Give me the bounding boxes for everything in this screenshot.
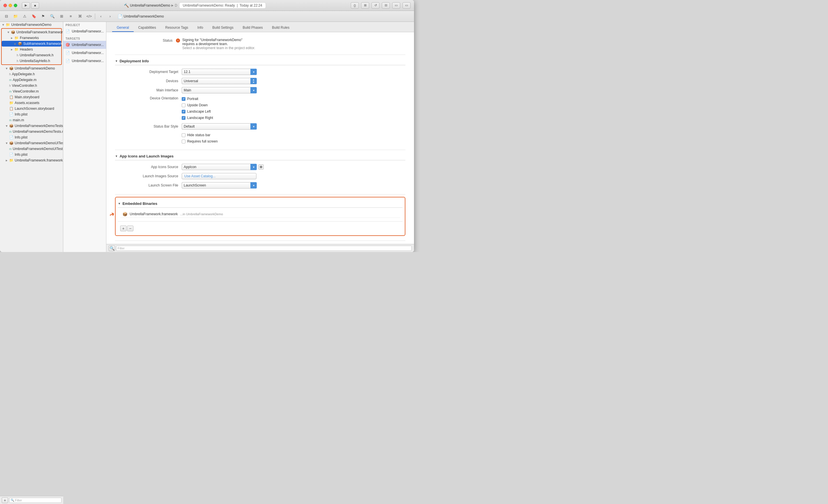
status-bar-style-arrow[interactable]: ▾ (250, 123, 257, 130)
split-view-btn[interactable]: ⊟ (382, 2, 390, 9)
sidebar-item-headers[interactable]: ▶ 📁 Headers (2, 47, 61, 52)
sidebar-item-viewcontroller-h[interactable]: h ViewController.h (0, 83, 63, 89)
launch-screen-file-arrow[interactable]: ▾ (250, 182, 257, 188)
app-icons-header[interactable]: ▼ App Icons and Launch Images (115, 152, 405, 161)
warning-btn[interactable]: ⚠ (21, 13, 29, 20)
nav-item-target-0[interactable]: 🎯 UmbrellaFramewor... (63, 41, 106, 49)
minimize-button[interactable] (9, 4, 12, 7)
nav-item-target-2[interactable]: 📄 UmbrellaFramewor... (63, 57, 106, 65)
stop-button[interactable]: ■ (31, 2, 39, 9)
deployment-info-header[interactable]: ▼ Deployment Info (115, 57, 405, 65)
sidebar-item-subframework[interactable]: ▶ 📦 Subframework.framework (2, 41, 61, 47)
sidebar-item-label: Info.plist (15, 152, 28, 156)
sidebar-item-say-hello-h[interactable]: h UmbrellaSayHello.h (2, 58, 61, 64)
sidebar-item-label: Info.plist (15, 135, 28, 139)
section-toggle-icon: ▼ (115, 59, 118, 63)
sidebar-item-launch-storyboard[interactable]: 📋 LaunchScreen.storyboard (0, 106, 63, 111)
sidebar-item-tests-info[interactable]: 📄 Info.plist (0, 134, 63, 140)
main-interface-select[interactable]: Main ▾ (182, 87, 257, 93)
sidebar-item-umbrella-h[interactable]: h UmbrellaFramework.h (2, 52, 61, 58)
sidebar-item-uitests-info[interactable]: 📄 Info.plist (0, 152, 63, 157)
content-filter-btn[interactable]: 🔍 (109, 245, 115, 251)
main-interface-arrow[interactable]: ▾ (250, 87, 257, 93)
sidebar-item-appdelegate-h[interactable]: h AppDelegate.h (0, 71, 63, 77)
tab-build-rules[interactable]: Build Rules (267, 24, 294, 32)
sidebar-item-umbrella-framework[interactable]: ▶ 📦 UmbrellaFramework.framework (2, 29, 61, 35)
folder-btn[interactable]: 📁 (11, 13, 19, 20)
refresh-btn[interactable]: ↺ (371, 2, 379, 9)
flag-btn[interactable]: ⚑ (39, 13, 47, 20)
deployment-target-arrow[interactable]: ▾ (250, 69, 257, 75)
embedded-add-btn[interactable]: + (120, 226, 126, 231)
portrait-checkbox[interactable] (182, 97, 185, 101)
maximize-button[interactable] (14, 4, 17, 7)
app-icons-gear-btn[interactable]: ⚙ (258, 164, 264, 170)
devices-arrow[interactable]: ▲ ▼ (250, 78, 257, 84)
sidebar-item-demotests-m[interactable]: m UmbrellaFrameworkDemoTests.m (0, 129, 63, 134)
launch-screen-file-label: Launch Screen File (132, 183, 178, 187)
forward-nav-btn[interactable]: › (106, 13, 114, 20)
orientation-portrait: Portrait (182, 96, 213, 101)
sidebar-item-demo-tests[interactable]: ▶ 📦 UmbrellaFrameworkDemoTests (0, 123, 63, 129)
sidebar-item-main-storyboard[interactable]: 📋 Main.storyboard (0, 94, 63, 100)
close-button[interactable] (3, 4, 7, 7)
project-name-label: 🔨 UmbrellaFrameworkDemo ▶ D (124, 3, 177, 8)
embedded-remove-btn[interactable]: − (127, 226, 133, 231)
sidebar-item-info-plist[interactable]: 📄 Info.plist (0, 111, 63, 117)
status-bar-style-select[interactable]: Default ▾ (182, 123, 257, 130)
tab-resource-tags[interactable]: Resource Tags (161, 24, 193, 32)
sidebar-item-uitests-m[interactable]: m UmbrellaFrameworkDemoUITests.m (0, 146, 63, 152)
run-button[interactable]: ▶ (22, 2, 30, 9)
landscape-right-checkbox[interactable] (182, 116, 185, 120)
sidebar-item-frameworks[interactable]: ▶ 📁 Frameworks (2, 35, 61, 41)
tab-capabilities[interactable]: Capabilities (134, 24, 161, 32)
landscape-left-checkbox[interactable] (182, 110, 185, 113)
app-icons-source-arrow[interactable]: ▾ (250, 164, 257, 170)
sidebar-item-ui-tests[interactable]: ▶ 📦 UmbrellaFrameworkDemoUITests (0, 140, 63, 146)
bookmark-btn[interactable]: 🔖 (30, 13, 38, 20)
find-btn[interactable]: 🔍 (48, 13, 56, 20)
folder-icon: 📁 (9, 158, 13, 163)
sidebar-item-viewcontroller-m[interactable]: m ViewController.m (0, 89, 63, 94)
tab-build-phases[interactable]: Build Phases (238, 24, 267, 32)
devices-select[interactable]: Universal ▲ ▼ (182, 78, 257, 84)
library-btn[interactable]: ⊞ (361, 2, 369, 9)
back-nav-btn[interactable]: ‹ (97, 13, 105, 20)
deployment-target-select[interactable]: 12.1 ▾ (182, 69, 257, 75)
code-review-btn[interactable]: {} (351, 2, 359, 9)
code-btn[interactable]: </> (85, 13, 93, 20)
sidebar-item-products[interactable]: ▶ 📁 UmbrellaFramework.framework (0, 157, 63, 163)
sidebar-item-main-m[interactable]: m main.m (0, 117, 63, 123)
targets-section-label: TARGETS (63, 35, 106, 41)
launch-screen-file-select[interactable]: LaunchScreen ▾ (182, 182, 257, 188)
hierarchy-btn[interactable]: ≡ (67, 13, 75, 20)
sidebar-item-appdelegate-m[interactable]: m AppDelegate.m (0, 77, 63, 83)
tab-build-settings[interactable]: Build Settings (208, 24, 238, 32)
nav-item-target-1[interactable]: 📄 UmbrellaFramewor... (63, 49, 106, 57)
hide-status-checkbox[interactable] (182, 133, 185, 137)
app-icons-source-value: AppIcon (182, 164, 251, 170)
navigator-btn[interactable]: ▭ (403, 2, 411, 9)
nav-item-project[interactable]: 📄 UmbrellaFramewor... (63, 27, 106, 35)
sidebar-item-project-root[interactable]: ▶ 📁 UmbrellaFrameworkDemo (0, 22, 63, 28)
embedded-binaries-header[interactable]: ▼ Embedded Binaries (118, 200, 403, 208)
separator-3 (115, 194, 405, 194)
target-icon: 📄 (66, 59, 70, 63)
grid-btn[interactable]: ⊞ (57, 13, 66, 20)
inspector-btn[interactable]: ▭ (392, 2, 400, 9)
link-btn[interactable]: ⌘ (76, 13, 84, 20)
sidebar-item-label: UmbrellaSayHello.h (19, 59, 50, 63)
launch-images-source-value[interactable]: Use Asset Catalog... (182, 173, 256, 179)
target-icon: 🎯 (66, 43, 70, 47)
nav-back-btn[interactable]: ⊟ (2, 13, 10, 20)
sidebar-item-demo[interactable]: ▶ 📦 UmbrellaFrameworkDemo (0, 65, 63, 71)
status-bar-style-control: Default ▾ (182, 123, 257, 130)
upsidedown-checkbox[interactable] (182, 103, 185, 107)
full-screen-checkbox[interactable] (182, 140, 185, 143)
general-settings-scroll[interactable]: Status ! Signing for "UmbrellaFrameworkD… (107, 32, 414, 244)
tab-general[interactable]: General (112, 24, 134, 32)
app-icons-source-select[interactable]: AppIcon ▾ (182, 164, 257, 170)
tab-info[interactable]: Info (193, 24, 208, 32)
toolbar: ⊟ 📁 ⚠ 🔖 ⚑ 🔍 ⊞ ≡ ⌘ </> ‹ › 📄 UmbrellaFram… (0, 11, 414, 22)
sidebar-item-assets[interactable]: 📁 Assets.xcassets (0, 100, 63, 106)
